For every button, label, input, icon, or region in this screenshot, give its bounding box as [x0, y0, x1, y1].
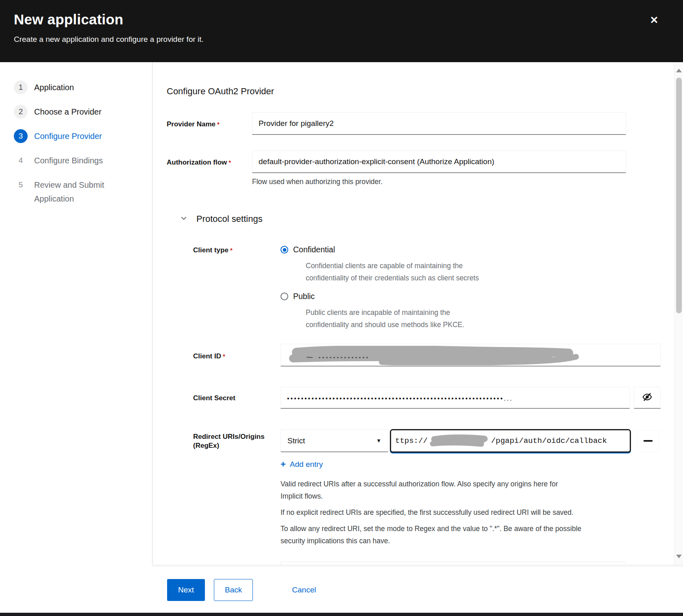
add-entry-label: Add entry [290, 460, 323, 469]
redirect-help-text: Valid redirect URIs after a successful a… [281, 478, 661, 547]
wizard-nav: 1 Application 2 Choose a Provider 3 Conf… [0, 62, 152, 565]
wizard-footer: Next Back Cancel [0, 565, 683, 613]
modal-header: New application Create a new application… [0, 0, 683, 62]
redirect-entry: Strict ▼ ttps:// /pgapi/auth/oidc/callba… [281, 429, 661, 453]
page-bottom-strip [0, 613, 683, 616]
chevron-down-icon [180, 215, 187, 223]
client-type-row: Client type* Confidential Confidential c… [193, 245, 674, 331]
cancel-button[interactable]: Cancel [288, 579, 320, 601]
scrollbar-thumb[interactable] [676, 78, 682, 313]
required-asterisk: * [230, 247, 233, 254]
provider-name-label: Provider Name* [167, 112, 252, 135]
client-id-row: Client ID* [193, 344, 674, 367]
authorization-flow-help: Flow used when authorizing this provider… [252, 177, 626, 186]
provider-name-row: Provider Name* Provider for pigallery2 [167, 112, 674, 135]
step-label: Application [34, 80, 74, 94]
radio-confidential-label[interactable]: Confidential [293, 245, 479, 255]
modal-subtitle: Create a new application and configure a… [14, 35, 669, 44]
radio-confidential[interactable] [281, 246, 288, 254]
client-id-label: Client ID* [193, 344, 281, 367]
redirect-uri-suffix: /pgapi/auth/oidc/callback [491, 436, 607, 445]
step-number: 2 [14, 105, 28, 119]
toggle-secret-visibility-button[interactable] [634, 387, 661, 409]
radio-confidential-desc: Confidential clients are capable of main… [306, 260, 479, 284]
redirect-mode-select[interactable]: Strict ▼ [281, 429, 388, 452]
wizard-step-review-submit[interactable]: 5 Review and Submit Application [14, 178, 152, 206]
step-number: 1 [14, 80, 28, 94]
redirect-uris-label: Redirect URIs/Origins (RegEx) [193, 429, 281, 547]
wizard-footer-actions: Next Back Cancel [152, 565, 683, 613]
redirect-uris-row: Redirect URIs/Origins (RegEx) Strict ▼ t… [193, 429, 674, 547]
client-type-option-public: Public Public clients are incapable of m… [281, 291, 661, 331]
redirect-uri-prefix: ttps:// [395, 436, 428, 445]
authorization-flow-value: default-provider-authorization-explicit-… [259, 157, 494, 166]
wizard-step-configure-bindings[interactable]: 4 Configure Bindings [14, 154, 152, 167]
page-title: Configure OAuth2 Provider [167, 86, 674, 97]
redaction-scribble [429, 434, 490, 447]
step-label: Review and Submit Application [34, 178, 122, 206]
redirect-uri-input[interactable]: ttps:// /pgapi/auth/oidc/callback [390, 429, 631, 453]
step-number: 3 [14, 129, 28, 143]
radio-public-desc: Public clients are incapable of maintain… [306, 306, 464, 331]
step-label: Choose a Provider [34, 105, 102, 119]
client-type-options: Confidential Confidential clients are ca… [281, 245, 661, 331]
plus-icon: + [281, 460, 286, 469]
client-id-control [281, 344, 661, 367]
protocol-settings-title: Protocol settings [196, 214, 263, 224]
next-button[interactable]: Next [167, 579, 205, 601]
client-secret-control: ••••••••••••••••••••••••••••••••••••••••… [281, 387, 661, 409]
protocol-settings-toggle[interactable]: Protocol settings [167, 214, 674, 224]
required-asterisk: * [223, 353, 225, 360]
step-number: 4 [14, 154, 28, 167]
eye-slash-icon [642, 392, 653, 403]
client-type-option-confidential: Confidential Confidential clients are ca… [281, 245, 661, 284]
authorization-flow-select[interactable]: default-provider-authorization-explicit-… [252, 150, 626, 173]
wizard-steps-list: 1 Application 2 Choose a Provider 3 Conf… [0, 62, 152, 206]
redirect-uris-control: Strict ▼ ttps:// /pgapi/auth/oidc/callba… [281, 429, 661, 547]
required-asterisk: * [228, 159, 231, 166]
authorization-flow-row: Authorization flow* default-provider-aut… [167, 150, 674, 186]
provider-name-control: Provider for pigallery2 [252, 112, 626, 135]
wizard-step-configure-provider[interactable]: 3 Configure Provider [14, 129, 152, 143]
client-secret-masked-value: ••••••••••••••••••••••••••••••••••••••••… [287, 395, 513, 402]
protocol-settings-form: Client type* Confidential Confidential c… [193, 245, 674, 547]
next-field-partial-input [281, 562, 626, 565]
step-label: Configure Bindings [34, 154, 103, 167]
radio-public[interactable] [281, 293, 288, 300]
redirect-mode-value: Strict [287, 436, 305, 445]
scrollbar-up-arrow[interactable] [676, 69, 682, 72]
close-icon[interactable]: ✕ [648, 14, 660, 26]
modal-title: New application [14, 11, 669, 28]
required-asterisk: * [217, 121, 220, 128]
provider-name-value: Provider for pigallery2 [259, 119, 334, 128]
client-type-label: Client type* [193, 245, 281, 331]
step-label: Configure Provider [34, 129, 102, 143]
client-secret-input[interactable]: ••••••••••••••••••••••••••••••••••••••••… [281, 387, 630, 409]
wizard-step-content: Configure OAuth2 Provider Provider Name*… [152, 62, 674, 565]
minus-icon [644, 440, 653, 442]
authorization-flow-control: default-provider-authorization-explicit-… [252, 150, 626, 186]
step-number: 5 [14, 178, 28, 192]
vertical-scrollbar[interactable] [674, 62, 683, 565]
wizard-step-application[interactable]: 1 Application [14, 80, 152, 94]
radio-public-label[interactable]: Public [293, 291, 464, 301]
client-secret-row: Client Secret ••••••••••••••••••••••••••… [193, 387, 674, 409]
authorization-flow-label: Authorization flow* [167, 150, 252, 186]
client-secret-label: Client Secret [193, 387, 281, 409]
remove-entry-button[interactable] [637, 430, 659, 452]
client-id-input[interactable] [281, 344, 661, 367]
back-button[interactable]: Back [214, 579, 253, 601]
caret-down-icon: ▼ [376, 438, 381, 444]
wizard-step-choose-provider[interactable]: 2 Choose a Provider [14, 105, 152, 119]
scrollbar-down-arrow[interactable] [676, 555, 682, 558]
provider-name-input[interactable]: Provider for pigallery2 [252, 112, 626, 135]
add-entry-link[interactable]: + Add entry [281, 460, 323, 469]
redaction-scribble [284, 346, 605, 365]
